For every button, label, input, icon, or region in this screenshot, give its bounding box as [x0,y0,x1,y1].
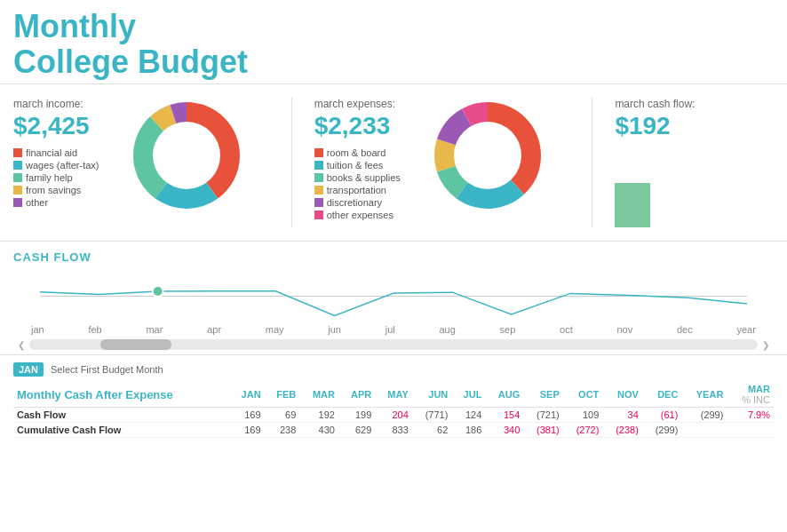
legend-item: books & supplies [314,172,421,183]
legend-item: room & board [314,147,421,158]
cell-value: 629 [338,423,375,438]
cell-value: 204 [375,408,412,423]
line-chart [13,268,774,322]
cell-value [681,423,727,438]
income-legend: financial aidwages (after-tax)family hel… [13,147,120,208]
legend-color [314,210,323,219]
legend-color [13,173,22,182]
cell-value: 199 [338,408,375,423]
cell-value: (61) [642,408,682,423]
row-label: Cash Flow [13,408,229,423]
selector-label: Select First Budget Month [51,364,163,375]
legend-item: transportation [314,185,421,195]
legend-item: from savings [13,185,120,195]
cell-value: 169 [229,408,265,423]
expenses-legend: room & boardtuition & feesbooks & suppli… [314,147,421,220]
expenses-donut [430,98,545,213]
col-mar: MAR [299,382,338,408]
legend-label: from savings [26,185,81,195]
col-aug: AUG [485,382,523,408]
cashflow-summary-value: $192 [615,112,670,140]
legend-label: room & board [327,147,386,158]
month-selector: JAN Select First Budget Month [13,362,774,377]
cell-value: (299) [642,423,682,438]
col-mar-pct: MAR% INC [727,382,774,408]
table-section: JAN Select First Budget Month Monthly Ca… [0,355,787,445]
legend-item: discretionary [314,197,421,208]
table-row: Cash Flow16969192199204(771)124154(721)1… [13,408,774,423]
legend-color [314,186,323,195]
budget-table: Monthly Cash After Expense JAN FEB MAR A… [13,382,774,438]
cell-value: 192 [299,408,338,423]
jan-badge[interactable]: JAN [13,362,44,377]
legend-color [314,173,323,182]
income-section: march income: $2,425 financial aidwages … [13,98,292,227]
legend-label: discretionary [327,197,382,208]
legend-label: other [26,197,48,208]
col-year: YEAR [681,382,727,408]
cashflow-bar [615,183,650,227]
cell-value: 833 [375,423,412,438]
income-value: $2,425 [13,112,120,140]
col-may: MAY [375,382,412,408]
cashflow-chart-title: CASH FLOW [13,250,774,264]
cashflow-summary-label: march cash flow: [615,98,695,110]
cashflow-bar-chart [615,156,668,227]
cell-value: 430 [299,423,338,438]
cell-value: 124 [451,408,485,423]
months-row: jan feb mar apr may jun jul aug sep oct … [13,324,774,335]
cell-value: 340 [485,423,523,438]
legend-item: financial aid [13,147,120,158]
col-jun: JUN [412,382,452,408]
cell-value: 69 [265,408,300,423]
cell-value: (238) [602,423,642,438]
cell-value: (272) [563,423,603,438]
legend-color [314,198,323,207]
legend-item: tuition & fees [314,160,421,171]
col-nov: NOV [602,382,642,408]
legend-label: financial aid [26,147,77,158]
income-label: march income: [13,98,120,110]
col-oct: OCT [563,382,603,408]
legend-label: wages (after-tax) [26,160,99,171]
income-donut [129,98,244,213]
legend-item: other expenses [314,210,421,220]
col-apr: APR [338,382,375,408]
scrollbar: ❮ ❯ [13,339,774,350]
legend-color [314,148,323,157]
cell-value: (771) [412,408,452,423]
scroll-track[interactable] [29,339,758,350]
cell-value: (381) [523,423,563,438]
col-jul: JUL [451,382,485,408]
col-jan: JAN [229,382,265,408]
expenses-label: march expenses: [314,98,421,110]
legend-item: family help [13,172,120,183]
pct-inc: 7.9% [727,408,774,423]
cashflow-chart-section: CASH FLOW jan feb mar apr may jun jul au… [0,242,787,355]
page-title: Monthly College Budget [13,9,774,79]
legend-label: transportation [327,185,386,195]
legend-label: books & supplies [327,172,401,183]
cell-value: (299) [681,408,727,423]
scroll-thumb[interactable] [100,339,171,350]
col-header-title: Monthly Cash After Expense [13,382,229,408]
scroll-right-arrow[interactable]: ❯ [758,340,774,350]
cell-value: (721) [523,408,563,423]
scroll-left-arrow[interactable]: ❮ [13,340,29,350]
expenses-value: $2,233 [314,112,421,140]
legend-item: wages (after-tax) [13,160,120,171]
pct-inc [727,423,774,438]
table-body: Cash Flow16969192199204(771)124154(721)1… [13,408,774,438]
legend-color [13,198,22,207]
legend-color [314,161,323,170]
cell-value: 186 [451,423,485,438]
legend-color [13,186,22,195]
cashflow-summary-section: march cash flow: $192 [601,98,774,227]
legend-color [13,161,22,170]
row-label: Cumulative Cash Flow [13,423,229,438]
cell-value: 34 [602,408,642,423]
cell-value: 109 [563,408,603,423]
col-feb: FEB [265,382,300,408]
col-sep: SEP [523,382,563,408]
table-row: Cumulative Cash Flow16923843062983362186… [13,423,774,438]
